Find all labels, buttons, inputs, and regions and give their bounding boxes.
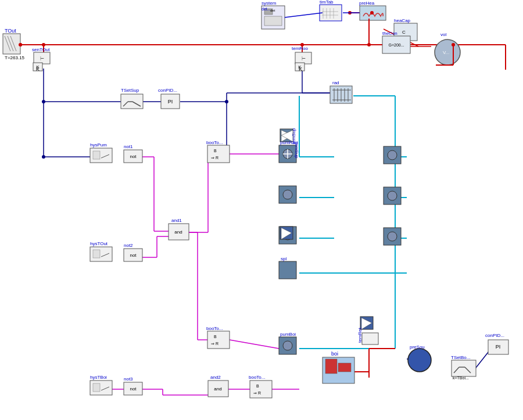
svg-text:booTo...: booTo... <box>206 140 223 145</box>
svg-rect-124 <box>250 380 272 398</box>
svg-text:temRet: temRet <box>357 327 363 343</box>
svg-text:temSup: temSup <box>291 128 296 144</box>
svg-point-98 <box>388 150 397 160</box>
svg-text:preSou: preSou <box>410 344 425 350</box>
svg-text:and: and <box>174 229 182 235</box>
svg-text:not: not <box>130 154 137 159</box>
svg-text:boi: boi <box>331 351 338 357</box>
svg-text:V...: V... <box>443 50 449 55</box>
svg-text:preHea: preHea <box>359 1 375 6</box>
svg-rect-149 <box>320 5 342 21</box>
svg-text:B: B <box>214 335 217 339</box>
svg-text:and: and <box>214 386 221 392</box>
svg-point-212 <box>225 100 228 103</box>
svg-rect-118 <box>207 145 230 163</box>
svg-text:not1: not1 <box>124 144 133 149</box>
svg-text:K: K <box>299 66 302 72</box>
svg-point-100 <box>388 191 397 200</box>
svg-text:booTo...: booTo... <box>249 375 265 380</box>
svg-rect-112 <box>93 250 100 258</box>
svg-text:k=TBoi...: k=TBoi... <box>453 376 469 380</box>
svg-text:temRoo: temRoo <box>292 46 309 51</box>
svg-text:and2: and2 <box>210 375 221 380</box>
svg-text:spl: spl <box>281 256 286 261</box>
svg-rect-147 <box>264 16 282 26</box>
svg-text:conPID...: conPID... <box>158 88 177 93</box>
svg-rect-136 <box>338 363 351 372</box>
svg-text:and1: and1 <box>171 218 182 223</box>
svg-text:PI: PI <box>168 99 173 105</box>
svg-rect-121 <box>207 331 230 349</box>
svg-text:vol: vol <box>440 32 446 37</box>
svg-text:TSetBo...: TSetBo... <box>451 355 470 360</box>
svg-rect-103 <box>279 261 296 279</box>
svg-text:G=200...: G=200... <box>388 43 404 47</box>
svg-point-105 <box>283 341 292 350</box>
svg-text:not2: not2 <box>124 243 133 248</box>
svg-text:senTOut: senTOut <box>32 47 50 52</box>
svg-text:det: det <box>270 9 275 12</box>
svg-text:hysTOut: hysTOut <box>90 241 108 246</box>
svg-text:rad: rad <box>332 80 339 85</box>
svg-point-70 <box>19 43 22 46</box>
svg-text:not: not <box>130 386 137 392</box>
svg-text:temSup: temSup <box>294 142 299 159</box>
svg-text:C: C <box>402 30 406 35</box>
svg-rect-107 <box>93 151 100 159</box>
svg-text:det...: det... <box>262 7 271 11</box>
svg-rect-66 <box>3 34 20 54</box>
svg-text:not: not <box>130 253 137 258</box>
svg-rect-137 <box>362 333 378 344</box>
svg-point-94 <box>283 190 292 199</box>
svg-text:T=263.15: T=263.15 <box>5 55 25 60</box>
svg-text:⇒ R: ⇒ R <box>253 391 261 395</box>
svg-text:K: K <box>36 66 40 72</box>
svg-point-102 <box>388 232 397 241</box>
svg-point-214 <box>370 11 374 15</box>
svg-point-138 <box>408 349 431 372</box>
svg-text:TOut: TOut <box>5 28 16 34</box>
svg-text:pumBoi: pumBoi <box>280 332 296 337</box>
svg-text:not3: not3 <box>124 376 133 382</box>
svg-text:B: B <box>256 384 259 388</box>
svg-text:theCon: theCon <box>382 31 397 36</box>
svg-rect-130 <box>93 383 100 392</box>
svg-text:conPID...: conPID... <box>485 333 504 338</box>
svg-text:system: system <box>262 1 277 6</box>
svg-text:⊢: ⊢ <box>40 56 44 62</box>
svg-text:⇒ R: ⇒ R <box>211 342 218 346</box>
svg-text:PI: PI <box>496 344 501 350</box>
diagram-svg: ⊢ K PI not not <box>0 0 523 420</box>
svg-text:⇒ R: ⇒ R <box>211 156 218 160</box>
svg-text:booTo...: booTo... <box>206 326 223 331</box>
svg-text:B: B <box>214 149 217 153</box>
svg-text:hysTBoi: hysTBoi <box>90 375 107 380</box>
svg-text:hysPum: hysPum <box>90 142 107 148</box>
svg-text:heaCap: heaCap <box>394 18 411 23</box>
svg-text:⊢: ⊢ <box>302 56 306 62</box>
svg-point-213 <box>42 155 45 159</box>
svg-rect-139 <box>452 360 476 376</box>
svg-rect-135 <box>325 359 337 374</box>
svg-text:timTab: timTab <box>320 0 334 5</box>
svg-text:TSetSup: TSetSup <box>121 88 139 93</box>
diagram-container: ⊢ K PI not not <box>0 0 523 420</box>
